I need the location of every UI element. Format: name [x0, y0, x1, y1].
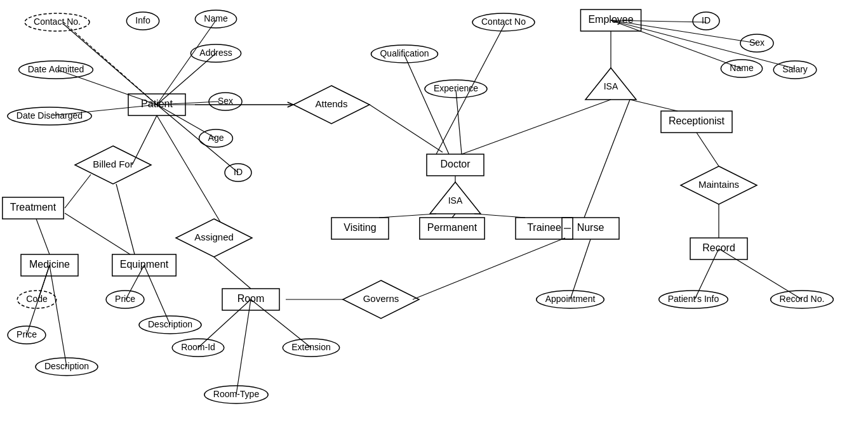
er-diagram-canvas — [0, 0, 868, 446]
